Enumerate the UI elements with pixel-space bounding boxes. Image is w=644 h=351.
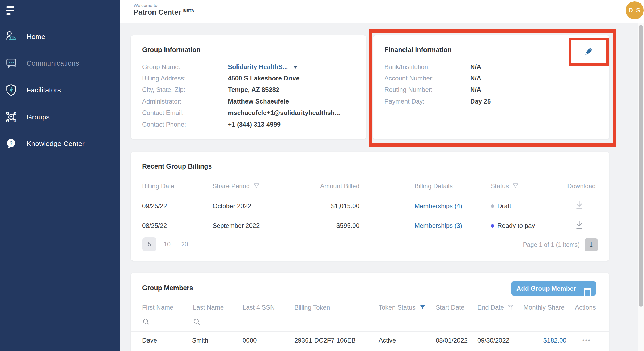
member-end-date: 09/30/2022 bbox=[477, 334, 509, 346]
field-label: Contact Phone: bbox=[142, 121, 228, 128]
download-button[interactable] bbox=[574, 200, 584, 211]
status-dot bbox=[491, 224, 494, 228]
top-bar: Welcome to Patron CenterBETA D S bbox=[120, 0, 644, 23]
sidebar-item-knowledge-center[interactable]: ? Knowledge Center bbox=[0, 135, 120, 152]
communications-icon bbox=[5, 57, 18, 70]
financial-information-card: Financial Information Bank/Institution: … bbox=[373, 35, 609, 139]
download-icon bbox=[574, 200, 584, 211]
sidebar: Home Communications Facilitators bbox=[0, 0, 120, 351]
group-information-title: Group Information bbox=[142, 46, 200, 54]
field-value: N/A bbox=[470, 86, 481, 93]
memberships-link[interactable]: Memberships (4) bbox=[414, 200, 462, 212]
sidebar-item-label: Groups bbox=[27, 113, 50, 121]
share-period-cell: September 2022 bbox=[213, 220, 260, 232]
groups-icon: $ $ $ $ bbox=[5, 111, 18, 123]
status-dot bbox=[491, 204, 494, 208]
column-header-billing-date: Billing Date bbox=[142, 182, 174, 190]
edit-financial-button[interactable] bbox=[583, 46, 594, 57]
field-row-billing-address: Billing Address: 4500 S Lakeshore Drive bbox=[142, 72, 340, 84]
field-row-contact-phone: Contact Phone: +1 (844) 313-4999 bbox=[142, 119, 340, 130]
field-row-account-number: Account Number: N/A bbox=[384, 72, 491, 84]
home-icon bbox=[5, 30, 18, 43]
field-row-bank: Bank/Institution: N/A bbox=[384, 61, 491, 72]
member-last-name: Smith bbox=[192, 334, 208, 346]
column-header-billing-token: Billing Token bbox=[294, 304, 330, 311]
add-group-member-label: Add Group Member bbox=[516, 285, 576, 292]
filter-icon[interactable] bbox=[512, 183, 519, 190]
sidebar-item-groups[interactable]: $ $ $ $ Groups bbox=[0, 108, 120, 126]
share-period-cell: October 2022 bbox=[213, 200, 251, 212]
field-label: Routing Number: bbox=[384, 86, 470, 93]
svg-text:?: ? bbox=[10, 140, 13, 146]
recent-group-billings-title: Recent Group Billings bbox=[142, 162, 212, 170]
sidebar-item-communications[interactable]: Communications bbox=[0, 54, 120, 72]
field-row-routing-number: Routing Number: N/A bbox=[384, 84, 491, 96]
text-cursor-icon bbox=[584, 288, 591, 299]
field-row-contact-email: Contact Email: mschaeufele+1@solidarityh… bbox=[142, 107, 340, 119]
member-billing-token: 29361-DC2F7-106EB bbox=[294, 334, 356, 346]
page-size-5[interactable]: 5 bbox=[142, 237, 156, 251]
member-start-date: 08/01/2022 bbox=[436, 334, 468, 346]
field-label: Bank/Institution: bbox=[384, 63, 470, 71]
group-information-fields: Group Name: Solidarity HealthS... Billin… bbox=[142, 61, 340, 130]
add-group-member-button[interactable]: Add Group Member bbox=[511, 281, 596, 296]
filter-icon[interactable] bbox=[253, 183, 260, 190]
memberships-link[interactable]: Memberships (3) bbox=[414, 220, 462, 232]
member-actions-button[interactable]: ••• bbox=[582, 334, 591, 346]
field-value: Matthew Schaeufele bbox=[228, 98, 289, 105]
field-label: Billing Address: bbox=[142, 75, 228, 82]
member-monthly-share[interactable]: $182.00 bbox=[523, 334, 566, 346]
column-header-status: Status bbox=[491, 182, 519, 190]
field-value: N/A bbox=[470, 75, 481, 82]
knowledge-center-icon: ? bbox=[5, 137, 18, 150]
status-cell: Draft bbox=[491, 200, 511, 212]
sidebar-header bbox=[0, 0, 120, 23]
amount-billed-cell: $595.00 bbox=[298, 220, 359, 232]
filter-icon-active[interactable] bbox=[419, 304, 426, 311]
download-button[interactable] bbox=[574, 220, 584, 231]
field-label: Contact Email: bbox=[142, 109, 228, 117]
first-name-search-input[interactable] bbox=[142, 318, 150, 326]
scrollbar-track[interactable] bbox=[638, 23, 644, 351]
page-size-20[interactable]: 20 bbox=[178, 237, 191, 251]
member-last4ssn: 0000 bbox=[243, 334, 257, 346]
field-value: Day 25 bbox=[470, 98, 491, 105]
field-value: Tempe, AZ 85282 bbox=[228, 86, 279, 93]
button-separator bbox=[577, 283, 577, 294]
column-header-download: Download bbox=[563, 182, 596, 190]
svg-text:$: $ bbox=[7, 112, 8, 115]
column-header-last4ssn: Last 4 SSN bbox=[243, 304, 275, 311]
column-header-monthly-share: Monthly Share bbox=[523, 304, 565, 311]
menu-icon[interactable] bbox=[6, 6, 17, 16]
sidebar-item-home[interactable]: Home bbox=[0, 28, 120, 45]
column-header-billing-details: Billing Details bbox=[414, 182, 453, 190]
avatar[interactable]: D S bbox=[626, 1, 644, 19]
pagination-summary: Page 1 of 1 (1 items) bbox=[450, 241, 580, 249]
column-header-end-date: End Date bbox=[477, 304, 514, 311]
filter-icon[interactable] bbox=[507, 304, 514, 311]
last-name-search-input[interactable] bbox=[193, 318, 201, 326]
sidebar-item-label: Home bbox=[27, 33, 45, 41]
financial-information-title: Financial Information bbox=[384, 46, 452, 54]
field-label: Account Number: bbox=[384, 75, 470, 82]
app-title-text: Patron Center bbox=[134, 8, 181, 16]
column-header-amount-billed: Amount Billed bbox=[298, 182, 359, 190]
sidebar-item-facilitators[interactable]: Facilitators bbox=[0, 81, 120, 99]
field-label: Payment Day: bbox=[384, 98, 470, 105]
chevron-down-icon bbox=[293, 66, 298, 69]
status-cell: Ready to pay bbox=[491, 220, 535, 232]
column-header-start-date: Start Date bbox=[436, 304, 464, 311]
field-label: Group Name: bbox=[142, 63, 228, 71]
field-value: N/A bbox=[470, 63, 481, 71]
column-header-token-status: Token Status bbox=[379, 304, 426, 311]
group-members-card: Group Members Add Group Member First Nam… bbox=[131, 273, 609, 351]
group-name-dropdown[interactable]: Solidarity HealthS... bbox=[228, 63, 298, 71]
field-value: +1 (844) 313-4999 bbox=[228, 121, 281, 128]
pencil-icon bbox=[583, 46, 594, 57]
page-number-button[interactable]: 1 bbox=[585, 238, 598, 251]
header-divider bbox=[621, 0, 621, 23]
page-size-10[interactable]: 10 bbox=[160, 237, 174, 251]
field-value: mschaeufele+1@solidarityhealthsh... bbox=[228, 109, 340, 117]
search-icon bbox=[142, 318, 150, 326]
scrollbar-thumb[interactable] bbox=[639, 25, 643, 307]
